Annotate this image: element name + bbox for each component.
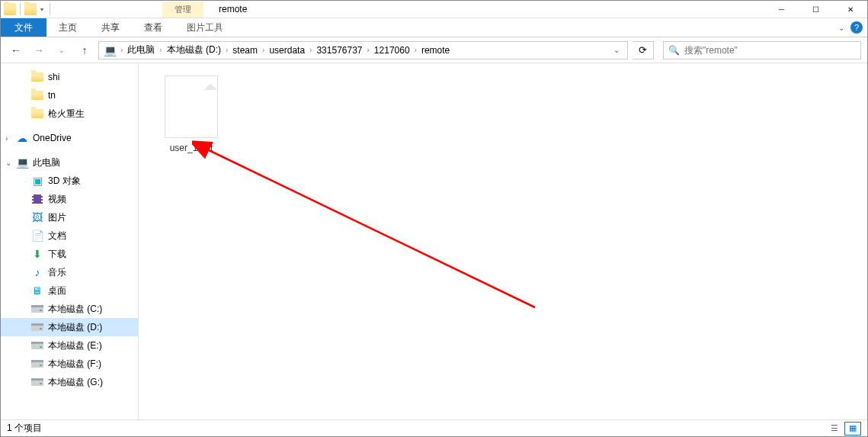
sidebar-item-label: 此电脑 — [33, 156, 60, 169]
chevron-right-icon[interactable]: › — [261, 46, 266, 54]
drive-icon — [31, 321, 43, 333]
view-icons-button[interactable]: ▦ — [844, 422, 861, 435]
breadcrumb-item[interactable]: remote — [418, 45, 453, 56]
breadcrumb-item[interactable]: userdata — [266, 45, 308, 56]
search-box[interactable]: 🔍 — [663, 41, 861, 59]
desktop-icon: 🖥 — [31, 284, 43, 297]
breadcrumb-item[interactable]: 331576737 — [313, 45, 365, 56]
svg-line-1 — [206, 149, 535, 307]
sidebar-item-label: shi — [48, 72, 59, 82]
breadcrumb-item[interactable]: 此电脑 — [124, 43, 158, 56]
sidebar-item-drive-e[interactable]: 本地磁盘 (E:) — [1, 336, 138, 355]
sidebar-item-label: 视频 — [48, 193, 66, 206]
file-thumbnail-icon — [165, 76, 218, 138]
sidebar-item-label: 本地磁盘 (E:) — [48, 339, 102, 352]
objects-3d-icon: ▣ — [31, 175, 43, 187]
refresh-button[interactable]: ⟳ — [633, 41, 654, 59]
sidebar-item-label: 枪火重生 — [48, 108, 85, 120]
file-item[interactable]: user_1.dat — [157, 76, 226, 153]
nav-up-button[interactable]: ↑ — [75, 41, 94, 59]
documents-icon: 📄 — [31, 230, 43, 242]
file-area[interactable]: user_1.dat — [139, 63, 867, 419]
sidebar-item-label: 下载 — [48, 248, 66, 261]
sidebar-item-drive-f[interactable]: 本地磁盘 (F:) — [1, 355, 138, 373]
sidebar-item-label: tn — [48, 90, 56, 101]
ribbon-view-tab[interactable]: 查看 — [132, 18, 175, 37]
item-count-label: 1 个项目 — [7, 422, 42, 435]
onedrive-icon: ☁ — [16, 132, 28, 144]
drive-icon — [31, 358, 43, 370]
video-icon — [31, 193, 43, 205]
sidebar-item-drive-g[interactable]: 本地磁盘 (G:) — [1, 373, 138, 391]
sidebar-item-this-pc[interactable]: ⌄💻此电脑 — [1, 153, 138, 172]
chevron-right-icon[interactable]: › — [5, 134, 8, 143]
drive-icon — [31, 303, 43, 315]
sidebar-item-folder[interactable]: tn — [1, 86, 138, 104]
app-icon — [4, 3, 16, 15]
sidebar-item-drive-c[interactable]: 本地磁盘 (C:) — [1, 300, 138, 318]
view-details-button[interactable]: ☰ — [826, 422, 843, 435]
ribbon-file-tab[interactable]: 文件 — [1, 18, 46, 37]
annotation-arrow-icon — [192, 140, 543, 315]
maximize-button[interactable]: ☐ — [799, 1, 833, 18]
titlebar: ▾ 管理 remote ─ ☐ ✕ — [1, 1, 867, 18]
pc-icon: 💻 — [16, 156, 28, 169]
search-icon: 🔍 — [668, 45, 680, 56]
statusbar: 1 个项目 ☰ ▦ — [1, 419, 867, 436]
sidebar-item-label: 本地磁盘 (G:) — [48, 376, 103, 389]
breadcrumb-dropdown-icon[interactable]: ⌄ — [607, 46, 626, 54]
sidebar-item-label: 音乐 — [48, 266, 66, 279]
chevron-right-icon[interactable]: › — [119, 46, 124, 54]
sidebar-item-videos[interactable]: 视频 — [1, 190, 138, 208]
ribbon-home-tab[interactable]: 主页 — [46, 18, 89, 37]
chevron-right-icon[interactable]: › — [308, 46, 313, 54]
nav-back-button[interactable]: ← — [7, 41, 25, 59]
help-button[interactable]: ? — [850, 21, 863, 34]
ribbon-share-tab[interactable]: 共享 — [89, 18, 132, 37]
sidebar-item-label: 图片 — [48, 211, 66, 224]
chevron-right-icon[interactable]: › — [224, 46, 229, 54]
sidebar-item-music[interactable]: ♪音乐 — [1, 263, 138, 281]
window-title: remote — [219, 4, 247, 14]
breadcrumb-item[interactable]: steam — [229, 45, 261, 56]
nav-history-dropdown[interactable]: ⌄ — [53, 41, 71, 59]
ribbon-picture-tools-tab[interactable]: 图片工具 — [175, 18, 235, 37]
chevron-right-icon[interactable]: › — [366, 46, 371, 54]
close-button[interactable]: ✕ — [833, 1, 867, 18]
navbar: ← → ⌄ ↑ 💻 › 此电脑 › 本地磁盘 (D:) › steam › us… — [1, 37, 867, 63]
sidebar-item-label: 本地磁盘 (F:) — [48, 358, 101, 371]
ribbon: 文件 主页 共享 查看 图片工具 ⌄ ? — [1, 18, 867, 37]
sidebar-item-pictures[interactable]: 🖼图片 — [1, 208, 138, 227]
sidebar-item-drive-d[interactable]: 本地磁盘 (D:) — [1, 318, 138, 336]
sidebar-item-label: 本地磁盘 (D:) — [48, 321, 102, 334]
sidebar-item-onedrive[interactable]: ›☁OneDrive — [1, 129, 138, 147]
sidebar-item-desktop[interactable]: 🖥桌面 — [1, 281, 138, 300]
sidebar-item-label: 文档 — [48, 230, 66, 243]
chevron-right-icon[interactable]: › — [413, 46, 418, 54]
pictures-icon: 🖼 — [31, 211, 43, 223]
chevron-down-icon[interactable]: ⌄ — [5, 159, 11, 167]
ribbon-collapse-icon[interactable]: ⌄ — [838, 24, 844, 32]
minimize-button[interactable]: ─ — [764, 1, 799, 18]
sidebar-item-label: 3D 对象 — [48, 175, 81, 188]
sidebar-item-downloads[interactable]: ⬇下载 — [1, 245, 138, 263]
sidebar-item-folder[interactable]: shi — [1, 68, 138, 86]
sidebar-item-label: 本地磁盘 (C:) — [48, 303, 102, 316]
sidebar-item-documents[interactable]: 📄文档 — [1, 227, 138, 245]
sidebar-item-label: 桌面 — [48, 284, 66, 297]
search-input[interactable] — [684, 45, 856, 56]
breadcrumb[interactable]: 💻 › 此电脑 › 本地磁盘 (D:) › steam › userdata ›… — [98, 41, 628, 59]
breadcrumb-item[interactable]: 1217060 — [371, 45, 413, 56]
sidebar-item-label: OneDrive — [33, 133, 72, 143]
qat-dropdown-icon[interactable]: ▾ — [38, 6, 46, 13]
chevron-right-icon[interactable]: › — [158, 46, 163, 54]
sidebar[interactable]: shi tn 枪火重生 ›☁OneDrive ⌄💻此电脑 ▣3D 对象 视频 🖼… — [1, 63, 139, 419]
nav-forward-button[interactable]: → — [30, 41, 48, 59]
breadcrumb-pc-icon: 💻 — [104, 44, 116, 56]
breadcrumb-item[interactable]: 本地磁盘 (D:) — [164, 43, 224, 56]
qat-icon[interactable] — [24, 3, 37, 15]
contextual-tab-label: 管理 — [162, 2, 203, 18]
sidebar-item-folder[interactable]: 枪火重生 — [1, 104, 138, 123]
sidebar-item-3d-objects[interactable]: ▣3D 对象 — [1, 172, 138, 190]
downloads-icon: ⬇ — [31, 248, 43, 260]
